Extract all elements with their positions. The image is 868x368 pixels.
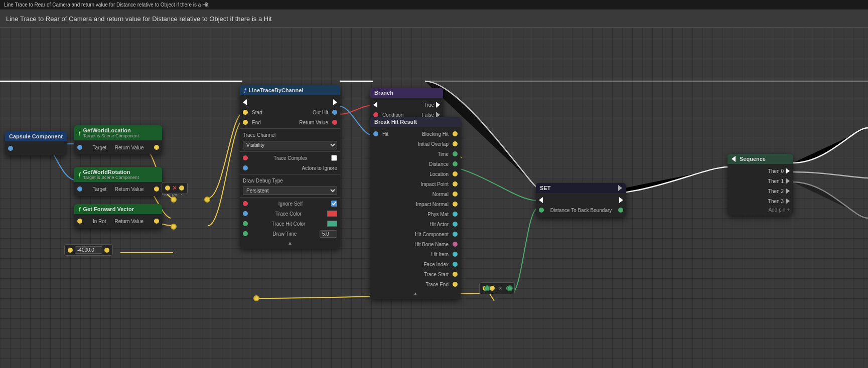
ltbc-drawtime-label: Draw Time: [273, 231, 297, 237]
seq-then1-exec: [786, 178, 790, 184]
set-node[interactable]: SET Distance To Back Boundary: [536, 183, 626, 217]
ltbc-hitcol-pin: [243, 221, 248, 226]
ltbc-actors-label: Actors to Ignore: [302, 165, 337, 171]
ltbc-collapse[interactable]: ▲: [240, 239, 340, 247]
value-node[interactable]: [64, 244, 113, 256]
gwl-target-label: Target: [93, 145, 107, 150]
ltbc-tracecmplx-check[interactable]: [331, 155, 337, 161]
value-out-pin2: [104, 248, 109, 253]
branch-header: Branch: [370, 88, 443, 98]
bhr-hitbonename-label: Hit Bone Name: [414, 242, 449, 247]
capsule-out-pin: [8, 146, 13, 151]
bhr-normal-pin: [453, 192, 458, 197]
ltbc-ignoreself-check[interactable]: [331, 201, 337, 207]
bhr-collapse[interactable]: ▲: [370, 289, 461, 297]
seq-then3-exec: [786, 198, 790, 204]
bhr-hit-label: Hit: [382, 131, 388, 137]
get-world-location-node[interactable]: ƒ GetWorldLocation Target is Scene Compo…: [74, 125, 162, 154]
reroute-yellow-2: [171, 224, 177, 230]
ltbc-tracecol-swatch[interactable]: [327, 211, 337, 217]
ltbc-start-pin: [243, 110, 248, 115]
ltbc-hitcol-label: Trace Hit Color: [272, 221, 306, 227]
set-exec-out-icon: [618, 185, 622, 191]
gfv-in-label: In Rot: [93, 219, 106, 224]
get-world-rotation-title: GetWorldRotation: [83, 169, 139, 175]
seq-then2-label: Then 2: [768, 189, 784, 194]
bhr-initoverlap-label: Initial Overlap: [418, 141, 449, 147]
reroute-in-pin: [165, 186, 170, 191]
bhr-hitcomp-pin: [453, 232, 458, 237]
bhr-distance-label: Distance: [429, 161, 449, 167]
ltbc-start-label: Start: [252, 110, 262, 115]
add-pin-node[interactable]: ✕: [162, 182, 188, 194]
ltbc-drawtime-input[interactable]: [320, 230, 337, 238]
ltbc-retval-label: Return Value: [263, 120, 328, 125]
gwr-target-label: Target: [93, 187, 107, 192]
bhr-impactnormal-pin: [453, 202, 458, 207]
gfv-in-pin: [77, 219, 82, 224]
bhr-hitbonename-pin: [453, 242, 458, 247]
seq-then2-exec: [786, 188, 790, 194]
seq-then0-exec: [786, 168, 790, 174]
sequence-title: Sequence: [740, 156, 766, 162]
bhr-blocking-label: Blocking Hit: [390, 131, 449, 137]
seq-add-pin[interactable]: Add pin +: [728, 206, 793, 214]
sequence-header: Sequence: [728, 154, 793, 164]
break-hit-result-node[interactable]: Break Hit Result Hit Blocking Hit Initia…: [370, 117, 461, 299]
ltbc-ignoreself-label: Ignore Self: [278, 201, 303, 207]
branch-exec-in: [373, 102, 377, 108]
seq-then0-label: Then 0: [768, 168, 784, 174]
gwl-return-pin: [154, 145, 159, 150]
bhr-impactnormal-label: Impact Normal: [416, 202, 449, 207]
mult-op: ×: [499, 285, 502, 292]
gwr-target-pin: [77, 187, 82, 192]
reroute-yellow-bottom: [253, 295, 259, 301]
branch-true-label: True: [424, 102, 434, 108]
ltbc-end-label: End: [252, 120, 261, 125]
bhr-hitactor-label: Hit Actor: [429, 222, 449, 227]
bhr-hititem-label: Hit Item: [431, 252, 449, 257]
bhr-hitcomp-label: Hit Component: [415, 232, 449, 237]
capsule-component-header: Capsule Component: [5, 131, 67, 141]
value-input[interactable]: [75, 246, 102, 254]
ltbc-end-pin: [243, 120, 248, 125]
comment-box: Line Trace to Rear of Camera and return …: [0, 10, 868, 28]
bhr-hitactor-pin: [453, 222, 458, 227]
bhr-time-label: Time: [438, 151, 449, 157]
get-world-location-title: GetWorldLocation: [83, 127, 139, 133]
seq-then3-label: Then 3: [768, 199, 784, 204]
ltbc-drawdebug-select[interactable]: Persistent: [243, 187, 337, 195]
bhr-location-label: Location: [429, 171, 449, 177]
get-world-rotation-node[interactable]: ƒ GetWorldRotation Target is Scene Compo…: [74, 167, 162, 196]
bhr-normal-label: Normal: [432, 192, 449, 197]
bhr-tracestart-pin: [453, 272, 458, 277]
ltbc-hitcol-swatch[interactable]: [327, 221, 337, 227]
reroute-out-pin: [179, 186, 184, 191]
set-distance-label: Distance To Back Boundary: [550, 208, 612, 213]
ltbc-ignoreself-pin: [243, 201, 248, 206]
branch-title: Branch: [374, 90, 393, 96]
seq-add-pin-label: Add pin +: [768, 207, 790, 213]
bhr-impactpoint-label: Impact Point: [420, 181, 449, 187]
bhr-blocking-pin: [453, 131, 458, 136]
tooltip-bar: Line Trace to Rear of Camera and return …: [0, 0, 868, 10]
get-forward-vector-node[interactable]: ƒ Get Forward Vector In Rot Return Value: [74, 204, 162, 228]
reroute-green-2: [507, 285, 513, 291]
gwr-return-label: Return Value: [115, 187, 144, 192]
capsule-component-node[interactable]: Capsule Component: [5, 131, 67, 155]
gwl-return-label: Return Value: [115, 145, 144, 150]
line-trace-by-channel-node[interactable]: ƒ LineTraceByChannel Start Out Hit End R…: [240, 85, 340, 249]
get-world-location-header: ƒ GetWorldLocation Target is Scene Compo…: [74, 125, 162, 140]
blueprint-canvas[interactable]: Capsule Component ƒ GetWorldLocation Tar…: [0, 28, 868, 368]
reroute-yellow-3: [204, 197, 210, 203]
break-hit-result-header: Break Hit Result: [370, 117, 461, 127]
sequence-node[interactable]: Sequence Then 0 Then 1 Then 2 Then 3: [728, 154, 793, 216]
bhr-traceend-label: Trace End: [425, 282, 449, 287]
comment-text: Line Trace to Rear of Camera and return …: [6, 15, 272, 23]
branch-exec-true: [436, 102, 440, 108]
line-trace-header: ƒ LineTraceByChannel: [240, 85, 340, 95]
ltbc-drawdebug-label: Draw Debug Type: [243, 178, 283, 183]
ltbc-tracechan-select[interactable]: Visibility: [243, 141, 337, 149]
get-world-location-sub: Target is Scene Component: [83, 133, 139, 138]
capsule-label: Capsule Component: [9, 133, 63, 139]
